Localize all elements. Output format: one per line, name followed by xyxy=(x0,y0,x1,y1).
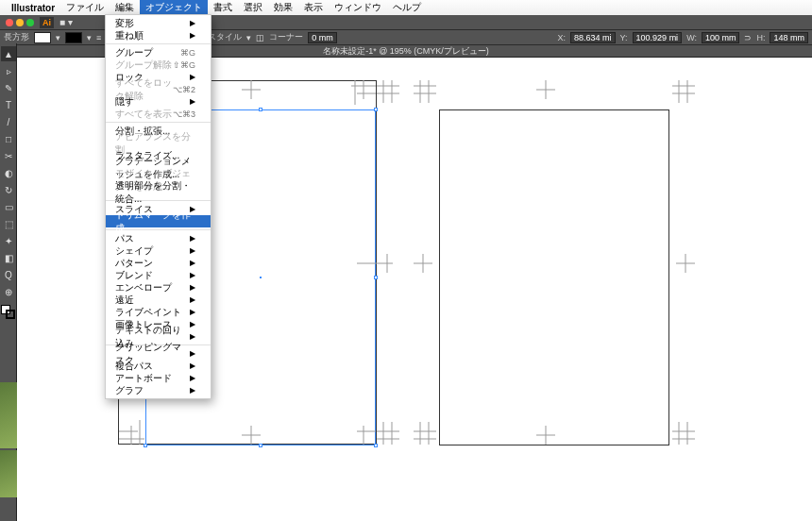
menu-item[interactable]: ライブペイント▶ xyxy=(106,306,211,318)
h-value[interactable]: 148 mm xyxy=(770,32,808,43)
tool-rectangle[interactable]: □ xyxy=(1,131,16,146)
tool-line[interactable]: / xyxy=(1,114,16,129)
corner-value[interactable]: 0 mm xyxy=(308,32,337,43)
sel-handle[interactable] xyxy=(374,444,378,447)
menu-item[interactable]: 変形▶ xyxy=(106,17,211,29)
submenu-arrow-icon: ▶ xyxy=(190,259,195,267)
menu-item: すべてを表示⌥⌘3 xyxy=(106,108,211,120)
menu-item-label: 変形 xyxy=(115,17,134,30)
menu-item-label: グループ xyxy=(115,46,153,59)
menu-file[interactable]: ファイル xyxy=(60,0,110,15)
menu-edit[interactable]: 編集 xyxy=(110,0,140,15)
menu-item[interactable]: 透明部分を分割・統合... xyxy=(106,186,211,198)
submenu-arrow-icon: ▶ xyxy=(190,283,195,292)
menu-item-label: グループ解除 xyxy=(115,59,172,72)
menu-item[interactable]: クリッピングマスク▶ xyxy=(106,347,211,360)
menu-item-label: シェイプ xyxy=(115,244,153,258)
dock-thumbnail-strip xyxy=(0,382,17,521)
app-name[interactable]: Illustrator xyxy=(11,3,55,13)
tool-scale[interactable]: ↻ xyxy=(1,182,16,197)
menu-item[interactable]: 遠近▶ xyxy=(106,294,211,306)
menu-item-label: 遠近 xyxy=(115,294,134,307)
tool-type[interactable]: T xyxy=(1,97,16,112)
menu-view[interactable]: 表示 xyxy=(298,0,329,15)
menu-shortcut: ⇧⌘G xyxy=(173,60,195,70)
menu-item[interactable]: トリムマークを作成 xyxy=(106,215,211,227)
menu-item-label: パス xyxy=(115,232,134,245)
submenu-arrow-icon: ▶ xyxy=(190,31,195,40)
tool-hand[interactable]: ⊕ xyxy=(1,284,16,299)
menu-separator xyxy=(106,122,211,123)
menu-item[interactable]: アートボード▶ xyxy=(106,372,211,384)
menu-shortcut: ⌘G xyxy=(180,48,195,58)
tool-rotate[interactable]: ◐ xyxy=(1,165,16,180)
artboard-2 xyxy=(439,109,669,445)
menu-shortcut: ⌥⌘2 xyxy=(173,85,195,94)
tool-width[interactable]: ▭ xyxy=(1,199,16,214)
x-label: X: xyxy=(558,33,567,42)
shape-label: 長方形 xyxy=(4,31,29,43)
menu-item-label: 隠す xyxy=(115,95,134,109)
tool-shape-builder[interactable]: ⬚ xyxy=(1,216,16,231)
submenu-arrow-icon: ▶ xyxy=(190,19,195,27)
menu-item[interactable]: エンベロープ▶ xyxy=(106,281,211,294)
tool-scissors[interactable]: ✂ xyxy=(1,148,16,163)
fill-swatch[interactable] xyxy=(34,32,51,43)
menu-item-label: 重ね順 xyxy=(115,29,144,42)
sel-handle[interactable] xyxy=(374,108,378,111)
y-label: Y: xyxy=(620,33,628,42)
app-icon: Ai xyxy=(40,17,54,28)
dock-thumbnail[interactable] xyxy=(0,382,17,448)
fill-stroke-indicator[interactable] xyxy=(1,305,16,320)
style-label: スタイル xyxy=(208,31,242,43)
x-value[interactable]: 88.634 mi xyxy=(570,32,616,43)
tool-selection[interactable]: ▲ xyxy=(1,46,16,61)
submenu-arrow-icon: ▶ xyxy=(190,374,195,382)
menu-item: すべてをロック解除⌥⌘2 xyxy=(106,83,211,95)
tool-eyedropper[interactable]: ◧ xyxy=(1,250,16,265)
menu-item-label: エンベロープ xyxy=(115,281,172,294)
menu-item-label: アートボード xyxy=(115,372,172,385)
menu-item[interactable]: シェイプ▶ xyxy=(106,244,211,257)
submenu-arrow-icon: ▶ xyxy=(190,246,195,255)
tool-pen[interactable]: ✎ xyxy=(1,80,16,95)
w-label: W: xyxy=(686,33,697,42)
submenu-arrow-icon: ▶ xyxy=(190,73,195,81)
menu-separator xyxy=(106,43,211,44)
tool-gradient[interactable]: ✦ xyxy=(1,233,16,248)
menu-item[interactable]: グループ⌘G xyxy=(106,46,211,59)
stroke-weight-icon[interactable]: ≡ xyxy=(96,33,101,42)
sel-handle[interactable] xyxy=(144,444,147,447)
align-icon[interactable]: ◫ xyxy=(256,33,264,42)
menu-object[interactable]: オブジェクト xyxy=(140,0,208,15)
menu-item[interactable]: グラフ▶ xyxy=(106,384,211,396)
link-icon[interactable]: ⊃ xyxy=(744,33,752,42)
menu-effect[interactable]: 効果 xyxy=(268,0,298,15)
workspace-switcher[interactable]: ■ ▾ xyxy=(59,17,73,27)
y-value[interactable]: 100.929 mi xyxy=(633,32,683,43)
sel-handle[interactable] xyxy=(259,108,262,111)
menu-item-label: パターン xyxy=(115,257,153,270)
sel-handle[interactable] xyxy=(259,444,262,447)
w-value[interactable]: 100 mm xyxy=(702,32,740,43)
submenu-arrow-icon: ▶ xyxy=(190,271,195,279)
menu-window[interactable]: ウィンドウ xyxy=(329,0,387,15)
menu-item[interactable]: 重ね順▶ xyxy=(106,29,211,42)
menu-type[interactable]: 書式 xyxy=(208,0,238,15)
corner-label: コーナー xyxy=(269,31,303,43)
dock-thumbnail[interactable] xyxy=(0,450,17,497)
stroke-swatch[interactable] xyxy=(65,32,82,43)
tool-direct-select[interactable]: ▹ xyxy=(1,63,16,78)
menu-item-label: 複合パス xyxy=(115,360,153,373)
menu-item[interactable]: パターン▶ xyxy=(106,257,211,269)
menu-item-label: 透明部分を分割・統合... xyxy=(115,179,195,206)
menu-help[interactable]: ヘルプ xyxy=(387,0,427,15)
menu-select[interactable]: 選択 xyxy=(238,0,268,15)
menu-item-label: トリムマークを作成 xyxy=(115,209,195,235)
tool-zoom[interactable]: Q xyxy=(1,267,16,282)
object-menu-dropdown: 変形▶重ね順▶グループ⌘Gグループ解除⇧⌘Gロック▶すべてをロック解除⌥⌘2隠す… xyxy=(105,14,211,399)
window-traffic-lights[interactable] xyxy=(6,19,34,26)
menu-shortcut: ⌥⌘3 xyxy=(173,109,195,119)
menu-item[interactable]: ブレンド▶ xyxy=(106,269,211,281)
sel-handle[interactable] xyxy=(374,276,378,279)
